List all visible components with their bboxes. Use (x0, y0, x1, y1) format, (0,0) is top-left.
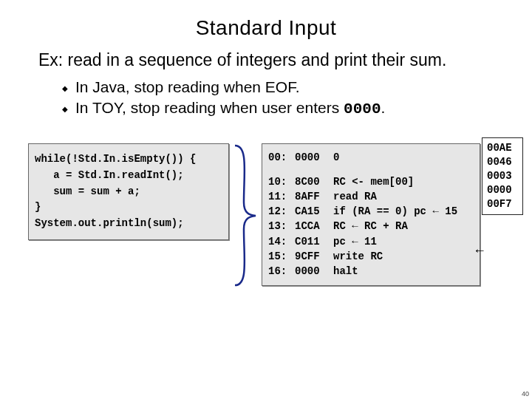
page-number: 40 (522, 390, 529, 398)
java-line: System.out.println(sum); (35, 217, 184, 229)
toy-val: 8AFF (295, 189, 333, 204)
input-value: 0046 (487, 155, 518, 169)
toy-addr: 14: (268, 234, 295, 249)
bullet-text: In Java, stop reading when EOF. (75, 77, 300, 98)
toy-comment: pc ← 11 (333, 234, 475, 249)
toy-val: 0000 (295, 150, 333, 165)
toy-row: 00: 0000 0 (268, 150, 475, 165)
toy-row: 16: 0000 halt (268, 264, 475, 279)
bullet-list: ◆ In Java, stop reading when EOF. ◆ In T… (62, 77, 507, 120)
toy-addr: 15: (268, 249, 295, 264)
toy-row: 11: 8AFF read RA (268, 189, 475, 204)
toy-comment: write RC (333, 249, 475, 264)
toy-addr: 13: (268, 219, 295, 233)
input-value: 00AE (487, 141, 518, 155)
toy-addr: 10: (268, 174, 295, 189)
curly-brace-icon (231, 143, 266, 287)
toy-val: C011 (295, 234, 333, 249)
toy-addr: 00: (268, 150, 295, 165)
java-line: sum = sum + a; (35, 185, 140, 197)
bullet-text: In TOY, stop reading when user enters 00… (75, 98, 385, 120)
toy-comment: if (RA == 0) pc ← 15 (333, 204, 475, 219)
toy-comment: halt (333, 264, 475, 279)
toy-val: 1CCA (295, 219, 333, 233)
toy-row: 13: 1CCA RC ← RC + RA (268, 219, 475, 233)
toy-addr: 12: (268, 204, 295, 219)
toy-row: 12: CA15 if (RA == 0) pc ← 15 (268, 204, 475, 219)
bullet-item: ◆ In Java, stop reading when EOF. (62, 77, 507, 98)
example-heading: Ex: read in a sequence of integers and p… (38, 50, 507, 71)
toy-code-box: 00: 0000 0 10: 8C00 RC <- mem[00] 11: 8A… (262, 143, 480, 285)
toy-addr: 16: (268, 264, 295, 279)
toy-comment: read RA (333, 189, 475, 204)
java-line: a = Std.In.readInt(); (35, 169, 184, 181)
bullet-item: ◆ In TOY, stop reading when user enters … (62, 98, 507, 120)
bullet-glyph: ◆ (62, 83, 68, 94)
toy-val: 9CFF (295, 249, 333, 264)
toy-addr: 11: (268, 189, 295, 204)
toy-comment: 0 (333, 150, 475, 165)
slide-title: Standard Input (25, 16, 507, 40)
toy-val: 8C00 (295, 174, 333, 189)
input-value: 00F7 (487, 197, 518, 211)
toy-row: 15: 9CFF write RC (268, 249, 475, 264)
input-value: 0000 (487, 183, 518, 197)
toy-row: 10: 8C00 RC <- mem[00] (268, 174, 475, 189)
bullet-glyph: ◆ (62, 104, 68, 115)
toy-comment: RC ← RC + RA (333, 219, 475, 233)
input-value: 0003 (487, 169, 518, 183)
toy-row: 14: C011 pc ← 11 (268, 234, 475, 249)
arrow-icon: ← (473, 243, 486, 259)
slide: Standard Input Ex: read in a sequence of… (0, 0, 532, 399)
content-area: while(!Std.In.isEmpty()) { a = Std.In.re… (25, 139, 507, 301)
toy-val: 0000 (295, 264, 333, 279)
toy-comment: RC <- mem[00] (333, 174, 475, 189)
java-line: while(!Std.In.isEmpty()) { (35, 153, 196, 165)
java-line: } (35, 201, 41, 213)
input-data-box: 00AE 0046 0003 0000 00F7 (482, 137, 523, 214)
toy-val: CA15 (295, 204, 333, 219)
java-code-box: while(!Std.In.isEmpty()) { a = Std.In.re… (28, 143, 229, 239)
